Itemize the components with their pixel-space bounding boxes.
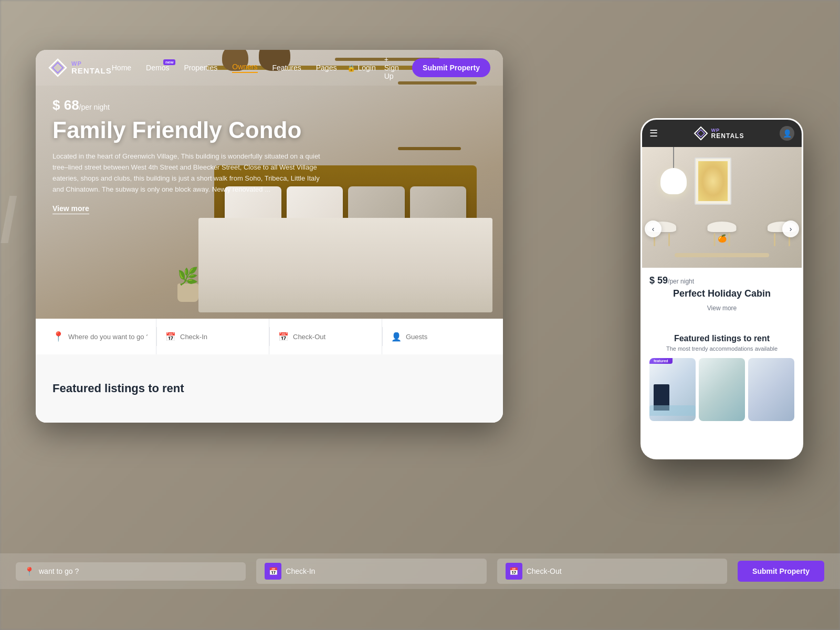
chair-leg [714, 233, 716, 246]
svg-marker-1 [52, 62, 63, 73]
location-field: 📍 [44, 319, 156, 354]
location-input[interactable] [68, 333, 148, 341]
checkin-input[interactable] [180, 333, 260, 341]
view-more-link[interactable]: View more [52, 204, 89, 214]
lock-icon: 🔒 [347, 64, 355, 72]
shelf-decoration-4 [398, 147, 461, 150]
thumb-image-2 [699, 358, 745, 421]
guests-field: 👤 [383, 319, 495, 354]
chair-leg [774, 233, 775, 246]
chair-leg [668, 233, 670, 246]
nav-features[interactable]: Features [272, 64, 301, 72]
mobile-price: $ 59/per night [649, 275, 794, 286]
mobile-hero: 🍊 ‹ › [642, 147, 802, 268]
bg-search-bar: 📍 want to go ? 📅 Check-In 📅 Check-Out Su… [0, 553, 840, 589]
guests-input[interactable] [406, 333, 486, 341]
featured-section: Featured listings to rent [36, 354, 503, 423]
mobile-property-title: Perfect Holiday Cabin [649, 288, 794, 299]
logo-text: WP RENTALS [71, 61, 112, 75]
hero-section: WP RENTALS Home Demos new Properties Own… [36, 50, 503, 354]
carousel-next-button[interactable]: › [782, 220, 799, 237]
bg-checkin-field: 📅 Check-In [256, 559, 486, 584]
mobile-price-amount: $ 59 [649, 275, 668, 286]
navbar: WP RENTALS Home Demos new Properties Own… [36, 50, 503, 86]
desktop-card: WP RENTALS Home Demos new Properties Own… [36, 50, 503, 423]
fruit-decor: 🍊 [718, 234, 727, 243]
checkout-field: 📅 [270, 319, 382, 354]
bg-checkout-label: Check-Out [527, 567, 562, 575]
calendar-icon-1: 📅 [165, 332, 176, 342]
featured-title: Featured listings to rent [52, 382, 184, 395]
logo-rentals: RENTALS [71, 67, 112, 75]
svg-marker-3 [697, 130, 705, 137]
hero-content: $ 68/per night Family Friendly Condo Loc… [52, 97, 326, 213]
submit-property-button[interactable]: Submit Property [412, 58, 490, 77]
property-description: Located in the heart of Greenwich Villag… [52, 151, 326, 195]
bg-checkout-field: 📅 Check-Out [497, 559, 727, 584]
sofa-decoration [649, 405, 696, 416]
nav-pages[interactable]: Pages [316, 64, 337, 72]
guests-icon: 👤 [391, 332, 402, 342]
lamp-shade [660, 168, 687, 194]
nav-demos[interactable]: Demos new [146, 64, 169, 72]
dining-table [675, 253, 769, 257]
table-area: 🍊 [642, 205, 802, 257]
thumbnail-3[interactable] [748, 358, 794, 421]
site-logo[interactable]: WP RENTALS [48, 58, 112, 77]
mobile-logo-rentals: RENTALS [711, 133, 744, 139]
demos-badge: new [163, 59, 176, 65]
mobile-price-per: /per night [668, 278, 694, 285]
bg-checkin-label: Check-In [286, 567, 315, 575]
thumb-image-3 [748, 358, 794, 421]
signup-button[interactable]: + Sign Up [384, 55, 404, 80]
price-per-night: /per night [79, 103, 110, 111]
checkout-input[interactable] [293, 333, 373, 341]
search-bar: 📍 📅 📅 👤 [36, 319, 503, 354]
property-title: Family Friendly Condo [52, 118, 326, 143]
logo-icon [48, 58, 67, 77]
mobile-thumbnails: featured [649, 358, 794, 421]
nav-auth: 🔒 Login + Sign Up Submit Property [347, 55, 490, 80]
price-amount: $ 68 [52, 97, 79, 113]
price-display: $ 68/per night [52, 97, 326, 113]
svg-marker-2 [695, 127, 707, 140]
mobile-logo-text: WP RENTALS [711, 128, 744, 139]
bed-sheet [198, 218, 492, 312]
bg-calendar-icon-2: 📅 [506, 563, 522, 580]
thumbnail-1[interactable]: featured [649, 358, 696, 421]
mobile-featured-section: Featured listings to rent The most trend… [642, 326, 802, 426]
mobile-property-content: $ 59/per night Perfect Holiday Cabin Vie… [642, 268, 802, 326]
mobile-featured-subtitle: The most trendy accommodations available [649, 345, 794, 352]
mobile-menu-icon[interactable]: ☰ [649, 128, 658, 139]
avatar-icon: 👤 [783, 129, 792, 138]
bg-location-icon: 📍 [24, 566, 35, 576]
mobile-avatar[interactable]: 👤 [780, 126, 794, 141]
floor-plant [172, 260, 204, 302]
login-button[interactable]: 🔒 Login [347, 64, 375, 72]
mobile-logo: WP RENTALS [694, 126, 744, 141]
location-icon: 📍 [52, 331, 64, 342]
mobile-logo-icon [694, 126, 708, 141]
carousel-prev-button[interactable]: ‹ [645, 220, 662, 237]
bg-submit-button[interactable]: Submit Property [738, 561, 824, 582]
mobile-card: ☰ WP RENTALS 👤 [640, 118, 803, 459]
featured-badge-1: featured [649, 358, 673, 364]
mobile-navbar: ☰ WP RENTALS 👤 [642, 120, 802, 147]
pendant-lamp [658, 147, 689, 194]
nav-owners[interactable]: Owners [232, 62, 257, 73]
nav-links: Home Demos new Properties Owners Feature… [112, 62, 337, 73]
bg-calendar-icon-1: 📅 [265, 563, 281, 580]
wall-painting [695, 158, 731, 205]
nav-properties[interactable]: Properties [184, 64, 217, 72]
bg-location-text: want to go ? [39, 567, 79, 575]
calendar-icon-2: 📅 [278, 332, 289, 342]
mobile-view-more-link[interactable]: View more [649, 304, 794, 312]
thumb-image-1: featured [649, 358, 696, 421]
chair-seat [708, 222, 737, 232]
nav-home[interactable]: Home [112, 64, 131, 72]
checkin-field: 📅 [157, 319, 269, 354]
mobile-featured-title: Featured listings to rent [649, 334, 794, 343]
chair-leg [728, 233, 730, 246]
bg-location-field: 📍 want to go ? [16, 562, 246, 581]
thumbnail-2[interactable] [699, 358, 745, 421]
